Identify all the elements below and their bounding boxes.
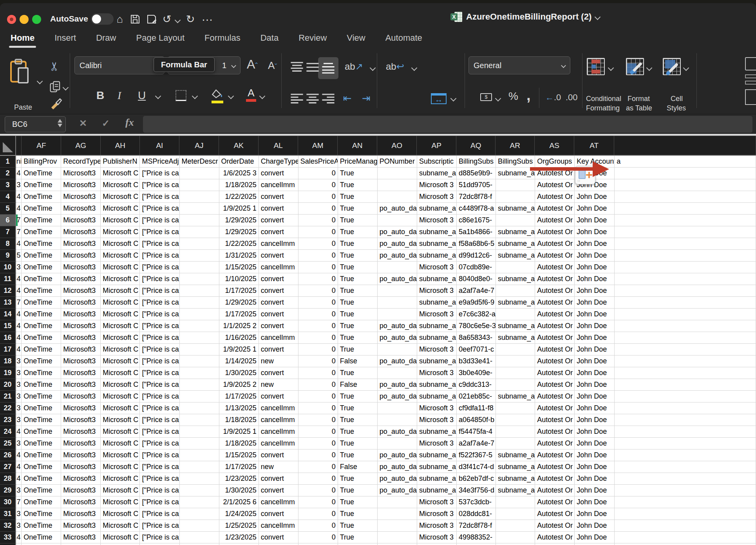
more-commands-icon[interactable]: … xyxy=(201,10,215,23)
cell[interactable]: Microsoft C xyxy=(101,391,140,402)
cell[interactable]: True xyxy=(338,179,378,191)
cell[interactable]: convert xyxy=(259,273,298,285)
cell[interactable]: OneTime xyxy=(22,543,61,545)
cell[interactable]: John Doe xyxy=(575,297,615,309)
row-number[interactable]: 14 xyxy=(0,309,16,320)
cell[interactable]: Autotest Or xyxy=(535,532,575,543)
cell[interactable] xyxy=(615,402,756,414)
cell[interactable]: 0 xyxy=(298,250,338,262)
cell[interactable]: OneTime xyxy=(22,215,61,226)
cell[interactable]: 49988352- xyxy=(457,532,496,543)
cell[interactable]: Microsoft C xyxy=(101,508,140,520)
cell[interactable] xyxy=(496,344,535,356)
cell[interactable] xyxy=(615,532,756,543)
cell[interactable]: subname_a xyxy=(496,449,535,461)
cell[interactable]: Microsoft C xyxy=(101,273,140,285)
cell[interactable]: 0 xyxy=(298,461,338,473)
cell[interactable]: True xyxy=(338,215,378,226)
cell[interactable] xyxy=(378,179,417,191)
cell[interactable] xyxy=(496,379,535,391)
cell[interactable]: Microsoft3 xyxy=(61,309,101,320)
row-number[interactable]: 6 xyxy=(0,215,16,226)
cell[interactable]: convert xyxy=(259,320,298,332)
column-header-AN[interactable]: AN xyxy=(338,136,377,155)
cell[interactable] xyxy=(378,297,417,309)
cell[interactable]: a2af7a4e-7 xyxy=(457,438,496,449)
cell[interactable]: 1/17/2025 xyxy=(219,285,259,297)
cell[interactable]: Microsoft3 xyxy=(61,297,101,309)
decrease-decimal-icon[interactable]: ←.0 xyxy=(545,92,561,103)
cell[interactable]: Autotest Or xyxy=(535,203,575,215)
cell[interactable]: a xyxy=(615,156,756,168)
cell[interactable]: Microsoft C xyxy=(101,262,140,273)
cell[interactable]: 0 xyxy=(298,485,338,496)
cell[interactable]: ["Price is ca xyxy=(140,262,179,273)
cell[interactable] xyxy=(496,508,535,520)
cell[interactable]: John Doe xyxy=(575,226,615,238)
cell[interactable]: Microsoft3 xyxy=(61,250,101,262)
merge-dropdown-icon[interactable] xyxy=(450,96,457,102)
cell[interactable]: Microsoft 3 xyxy=(417,262,457,273)
cell[interactable]: c9ddc313- xyxy=(457,379,496,391)
cell[interactable]: False xyxy=(338,356,378,367)
cell[interactable]: subname_a xyxy=(417,168,457,179)
orientation-icon[interactable]: ab↗ xyxy=(345,61,363,72)
cell[interactable] xyxy=(615,426,756,438)
cell[interactable] xyxy=(378,532,417,543)
percent-style-icon[interactable]: % xyxy=(508,90,518,103)
cell[interactable] xyxy=(378,438,417,449)
cell[interactable] xyxy=(180,226,219,238)
cell[interactable]: 4 xyxy=(16,532,22,543)
cell[interactable]: Microsoft 3 xyxy=(417,215,457,226)
cell[interactable]: Microsoft 3 xyxy=(417,191,457,203)
cell[interactable]: RecordType xyxy=(61,156,101,168)
cell[interactable]: 0 xyxy=(298,473,338,485)
cell[interactable]: 3 xyxy=(16,485,22,496)
cell[interactable] xyxy=(496,191,535,203)
row-number[interactable]: 22 xyxy=(0,402,16,414)
cell[interactable]: ["Price is ca xyxy=(140,344,179,356)
cell[interactable] xyxy=(615,191,756,203)
cell[interactable]: True xyxy=(338,414,378,426)
cell[interactable]: True xyxy=(338,262,378,273)
cell[interactable]: Microsoft3 xyxy=(61,508,101,520)
cell[interactable]: Microsoft3 xyxy=(61,485,101,496)
tab-review[interactable]: Review xyxy=(298,31,327,45)
cell[interactable]: OneTime xyxy=(22,473,61,485)
cell[interactable]: True xyxy=(338,320,378,332)
cell[interactable]: 3 xyxy=(16,262,22,273)
cell[interactable] xyxy=(180,402,219,414)
cell[interactable]: po_auto_da xyxy=(378,461,417,473)
cell[interactable] xyxy=(378,191,417,203)
cell[interactable]: 1/30/2025 xyxy=(219,485,259,496)
cell[interactable]: ["Price is ca xyxy=(140,309,179,320)
cell[interactable]: True xyxy=(338,426,378,438)
wrap-text-icon[interactable]: ab↩ xyxy=(386,61,404,72)
shrink-font-icon[interactable]: Aˇ xyxy=(268,60,277,72)
cell[interactable]: John Doe xyxy=(575,356,615,367)
cell[interactable]: ["Price is ca xyxy=(140,402,179,414)
row-number[interactable]: 20 xyxy=(0,379,16,391)
cell[interactable]: True xyxy=(338,532,378,543)
cell[interactable]: 0 xyxy=(298,426,338,438)
cell[interactable]: OneTime xyxy=(22,496,61,508)
cell[interactable]: 4 xyxy=(16,285,22,297)
cell[interactable]: 72dc8f78-f xyxy=(457,191,496,203)
fill-color-dropdown-icon[interactable] xyxy=(228,93,234,99)
cell[interactable]: po_auto_da xyxy=(378,356,417,367)
cell[interactable]: Microsoft C xyxy=(101,473,140,485)
cell[interactable]: 1/17/2025 xyxy=(219,309,259,320)
cell[interactable]: True xyxy=(338,168,378,179)
cell[interactable]: Subscriptic xyxy=(417,156,457,168)
format-cells-icon[interactable] xyxy=(745,81,756,85)
cell[interactable]: OneTime xyxy=(22,168,61,179)
cell[interactable]: True xyxy=(338,297,378,309)
cell[interactable]: convert xyxy=(259,191,298,203)
cell[interactable]: 0 xyxy=(298,391,338,402)
cell[interactable]: subname_a xyxy=(496,203,535,215)
cell[interactable]: 1/15/2025 xyxy=(219,262,259,273)
cell[interactable]: Autotest Or xyxy=(535,320,575,332)
select-all-corner[interactable] xyxy=(0,136,16,155)
row-number[interactable]: 4 xyxy=(0,191,16,203)
cell[interactable]: a2af7a4e-7 xyxy=(457,285,496,297)
